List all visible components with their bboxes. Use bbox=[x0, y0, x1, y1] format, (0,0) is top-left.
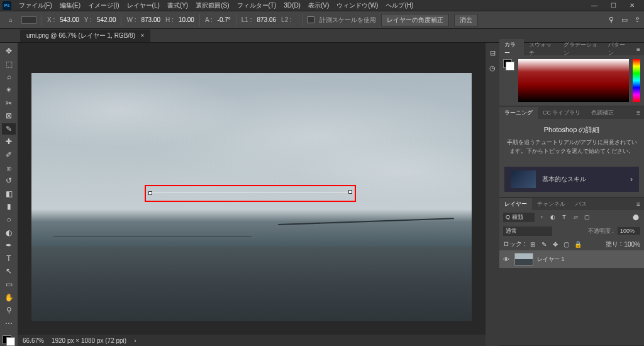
menu-file[interactable]: ファイル(F) bbox=[15, 0, 56, 11]
zoom-level[interactable]: 66.67% bbox=[23, 337, 44, 344]
stamp-tool[interactable]: ⎄ bbox=[2, 162, 16, 174]
hand-tool[interactable]: ✋ bbox=[2, 291, 16, 303]
filter-type-icon[interactable]: T bbox=[560, 213, 569, 221]
move-tool[interactable]: ✥ bbox=[2, 45, 16, 57]
menu-view[interactable]: 表示(V) bbox=[304, 0, 333, 11]
document-tab[interactable]: umi.png @ 66.7% (レイヤー 1, RGB/8) × bbox=[20, 30, 150, 42]
layer-thumbnail[interactable] bbox=[514, 253, 533, 265]
blend-mode-select[interactable]: 通常 bbox=[503, 226, 552, 236]
filter-adjust-icon[interactable]: ◐ bbox=[548, 213, 557, 221]
a-value: -0.7° bbox=[218, 16, 231, 23]
filter-pixel-icon[interactable]: ▫ bbox=[537, 213, 546, 221]
collapse-panels-icon[interactable]: ⊟ bbox=[487, 48, 497, 58]
panel-tab-channels[interactable]: チャンネル bbox=[532, 198, 570, 210]
learn-item-basic[interactable]: 基本的なスキル › bbox=[504, 167, 639, 192]
l1-value: 873.06 bbox=[257, 16, 276, 23]
lock-position-icon[interactable]: ✥ bbox=[551, 240, 560, 248]
panel-tab-learn[interactable]: ラーニング bbox=[499, 107, 538, 119]
panel-menu-icon[interactable]: ≡ bbox=[633, 201, 644, 208]
workspace-icon[interactable]: ▭ bbox=[620, 16, 628, 24]
filter-toggle-icon[interactable]: ⬤ bbox=[631, 213, 640, 221]
path-tool[interactable]: ↖ bbox=[2, 265, 16, 277]
annotation-rectangle bbox=[145, 185, 356, 202]
panel-tab-patterns[interactable]: パターン bbox=[603, 39, 633, 59]
heal-tool[interactable]: ✚ bbox=[2, 136, 16, 148]
history-panel-icon[interactable]: ◷ bbox=[487, 63, 497, 73]
h-label: H : bbox=[165, 16, 174, 23]
history-brush-tool[interactable]: ↺ bbox=[2, 175, 16, 187]
menu-filter[interactable]: フィルター(T) bbox=[233, 0, 280, 11]
ruler-tool-icon[interactable] bbox=[21, 16, 36, 24]
menu-type[interactable]: 書式(Y) bbox=[164, 0, 192, 11]
panel-tab-paths[interactable]: パス bbox=[570, 198, 592, 210]
zoom-tool[interactable]: ⚲ bbox=[2, 304, 16, 316]
more-tools[interactable]: ⋯ bbox=[2, 317, 16, 329]
search-icon[interactable]: ⚲ bbox=[607, 16, 615, 24]
layer-filter-select[interactable]: Q 種類 bbox=[503, 213, 535, 222]
visibility-icon[interactable]: 👁 bbox=[502, 256, 511, 263]
eyedropper-tool[interactable]: ✎ bbox=[2, 123, 16, 135]
layer-row[interactable]: 👁 レイヤー 1 bbox=[499, 250, 644, 268]
panel-tab-gradients[interactable]: グラデーション bbox=[558, 39, 603, 59]
tab-close-icon[interactable]: × bbox=[141, 32, 145, 39]
menu-select[interactable]: 選択範囲(S) bbox=[192, 0, 233, 11]
menu-3d[interactable]: 3D(D) bbox=[280, 1, 304, 10]
filter-shape-icon[interactable]: ▱ bbox=[571, 213, 580, 221]
fill-value[interactable]: 100% bbox=[624, 241, 640, 248]
minimize-button[interactable]: — bbox=[585, 1, 604, 10]
layer-name[interactable]: レイヤー 1 bbox=[537, 255, 565, 264]
document-dimensions: 1920 px × 1080 px (72 ppi) bbox=[52, 337, 126, 344]
dodge-tool[interactable]: ◐ bbox=[2, 226, 16, 238]
menu-help[interactable]: ヘルプ(H) bbox=[382, 0, 417, 11]
share-icon[interactable]: ⇪ bbox=[633, 16, 641, 24]
panel-tab-adjustments[interactable]: 色調補正 bbox=[586, 107, 619, 119]
crop-tool[interactable]: ✂ bbox=[2, 97, 16, 109]
color-field[interactable] bbox=[518, 59, 629, 102]
wand-tool[interactable]: ✴ bbox=[2, 84, 16, 96]
l1-label: L1 : bbox=[242, 16, 252, 23]
lock-pixels-icon[interactable]: ✎ bbox=[540, 240, 548, 248]
shape-tool[interactable]: ▭ bbox=[2, 279, 16, 291]
menu-image[interactable]: イメージ(I) bbox=[84, 0, 123, 11]
marquee-tool[interactable]: ⬚ bbox=[2, 59, 16, 70]
panel-menu-icon[interactable]: ≡ bbox=[633, 109, 644, 116]
home-icon[interactable]: ⌂ bbox=[5, 14, 16, 26]
status-arrow-icon[interactable]: › bbox=[134, 337, 136, 344]
type-tool[interactable]: T bbox=[2, 253, 16, 265]
opacity-value[interactable]: 100% bbox=[618, 227, 640, 235]
lock-transparency-icon[interactable]: ⊞ bbox=[528, 240, 537, 248]
panel-tab-layers[interactable]: レイヤー bbox=[499, 198, 532, 210]
pen-tool[interactable]: ✒ bbox=[2, 240, 16, 252]
frame-tool[interactable]: ⊠ bbox=[2, 110, 16, 122]
panel-menu-icon[interactable]: ≡ bbox=[633, 46, 644, 53]
close-button[interactable]: ✕ bbox=[623, 1, 641, 10]
brush-tool[interactable]: ✐ bbox=[2, 149, 16, 161]
lasso-tool[interactable]: ⌕ bbox=[2, 71, 16, 83]
document-canvas[interactable] bbox=[31, 73, 472, 321]
panel-tab-swatches[interactable]: スウォッチ bbox=[524, 39, 558, 59]
menu-layer[interactable]: レイヤー(L) bbox=[123, 0, 164, 11]
maximize-button[interactable]: ☐ bbox=[604, 1, 623, 10]
blur-tool[interactable]: ○ bbox=[2, 214, 16, 226]
a-label: A : bbox=[205, 16, 213, 23]
lock-artboard-icon[interactable]: ▢ bbox=[562, 240, 571, 248]
lock-label: ロック : bbox=[503, 240, 526, 248]
filter-smart-icon[interactable]: ▢ bbox=[582, 213, 591, 221]
w-label: W : bbox=[126, 16, 136, 23]
opacity-label: 不透明度 : bbox=[588, 227, 614, 235]
hue-slider[interactable] bbox=[633, 59, 640, 102]
panel-tab-libraries[interactable]: CC ライブラリ bbox=[538, 107, 586, 119]
learn-title: Photoshop の詳細 bbox=[506, 125, 638, 135]
menu-edit[interactable]: 編集(E) bbox=[56, 0, 84, 11]
color-swatches[interactable] bbox=[3, 335, 15, 346]
eraser-tool[interactable]: ◧ bbox=[2, 188, 16, 200]
straighten-button[interactable]: レイヤーの角度補正 bbox=[381, 14, 449, 26]
clear-button[interactable]: 消去 bbox=[454, 14, 478, 26]
lock-all-icon[interactable]: 🔒 bbox=[574, 240, 582, 248]
gradient-tool[interactable]: ▮ bbox=[2, 201, 16, 213]
pier-shape bbox=[278, 218, 454, 226]
panel-tab-color[interactable]: カラー bbox=[499, 39, 524, 59]
color-fg-bg-swatch[interactable] bbox=[503, 59, 514, 70]
scale-checkbox[interactable] bbox=[308, 16, 314, 23]
menu-window[interactable]: ウィンドウ(W) bbox=[333, 0, 382, 11]
